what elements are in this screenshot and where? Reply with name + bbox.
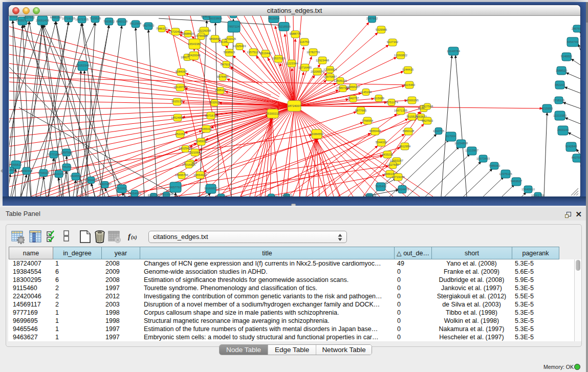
- svg-text:1588520: 1588520: [556, 69, 568, 72]
- svg-text:9827503: 9827503: [143, 24, 155, 27]
- svg-text:10719155: 10719155: [62, 17, 75, 20]
- svg-text:19654923: 19654923: [193, 173, 207, 177]
- svg-text:11353594: 11353594: [160, 193, 173, 196]
- svg-text:19166827: 19166827: [204, 187, 217, 190]
- svg-text:1621072: 1621072: [53, 172, 65, 176]
- svg-text:(x): (x): [131, 234, 137, 240]
- svg-text:1615132: 1615132: [171, 100, 183, 103]
- svg-text:16210643: 16210643: [188, 151, 202, 154]
- svg-text:746266: 746266: [61, 165, 71, 168]
- svg-text:16033809: 16033809: [209, 17, 222, 20]
- svg-text:10973493: 10973493: [476, 157, 490, 160]
- svg-text:2087682: 2087682: [366, 17, 378, 20]
- svg-text:16543382: 16543382: [188, 42, 201, 46]
- svg-text:11325433: 11325433: [233, 45, 246, 48]
- svg-text:8912954: 8912954: [399, 145, 411, 148]
- svg-text:16120746: 16120746: [173, 85, 187, 89]
- svg-text:15640910: 15640910: [521, 188, 535, 191]
- svg-text:1115689: 1115689: [373, 97, 384, 100]
- svg-text:2718126: 2718126: [553, 99, 565, 102]
- svg-text:6479197: 6479197: [221, 63, 232, 66]
- svg-text:917004: 917004: [446, 135, 456, 138]
- svg-text:9827503: 9827503: [422, 119, 433, 122]
- svg-text:7625402: 7625402: [375, 185, 387, 188]
- svg-text:9327508: 9327508: [422, 105, 433, 108]
- svg-text:16914479: 16914479: [396, 188, 409, 191]
- svg-text:2867608: 2867608: [572, 27, 580, 30]
- svg-text:17016504: 17016504: [182, 163, 196, 166]
- svg-text:1562615: 1562615: [9, 168, 16, 171]
- svg-text:16671355: 16671355: [394, 109, 407, 112]
- svg-text:8990448: 8990448: [21, 169, 33, 172]
- svg-text:8427552: 8427552: [572, 156, 580, 159]
- svg-text:12923448: 12923448: [316, 59, 329, 62]
- svg-text:18524851: 18524851: [171, 116, 184, 119]
- svg-text:9245652: 9245652: [195, 140, 207, 143]
- svg-text:8471676: 8471676: [205, 114, 217, 117]
- svg-text:15716485: 15716485: [298, 66, 312, 69]
- svg-text:15720407: 15720407: [169, 30, 182, 33]
- svg-text:1527602: 1527602: [387, 163, 399, 166]
- svg-text:9657791: 9657791: [170, 186, 182, 189]
- svg-text:12213383: 12213383: [553, 114, 567, 117]
- svg-text:8877665: 8877665: [355, 109, 367, 112]
- svg-text:12093822: 12093822: [394, 54, 407, 57]
- svg-text:6897568: 6897568: [61, 151, 73, 154]
- svg-text:25300215: 25300215: [266, 112, 279, 115]
- svg-text:3215953: 3215953: [541, 107, 553, 110]
- svg-text:7766554: 7766554: [362, 119, 374, 122]
- svg-text:9227342: 9227342: [387, 40, 399, 43]
- svg-text:7986372: 7986372: [156, 27, 168, 30]
- svg-text:62160: 62160: [118, 187, 126, 190]
- svg-text:16154808: 16154808: [454, 142, 468, 145]
- svg-text:882203: 882203: [555, 83, 564, 86]
- svg-text:7485063: 7485063: [489, 164, 500, 167]
- svg-text:9474444: 9474444: [217, 75, 229, 78]
- svg-text:10688609: 10688609: [181, 32, 194, 35]
- svg-text:11223344: 11223344: [285, 62, 298, 65]
- svg-text:6794028: 6794028: [38, 171, 50, 174]
- svg-text:6655443: 6655443: [369, 129, 381, 133]
- svg-text:8960128: 8960128: [116, 20, 128, 23]
- svg-text:5544332: 5544332: [376, 141, 387, 144]
- svg-text:7632621: 7632621: [209, 101, 221, 104]
- svg-text:9463627: 9463627: [511, 180, 522, 183]
- svg-text:18724007: 18724007: [288, 104, 301, 107]
- svg-text:19654925: 19654925: [128, 192, 141, 195]
- svg-text:4433221: 4433221: [382, 153, 394, 156]
- svg-text:18300295: 18300295: [405, 99, 419, 102]
- svg-text:1527602: 1527602: [24, 16, 35, 19]
- svg-text:9084067: 9084067: [176, 70, 187, 73]
- svg-text:12213967: 12213967: [465, 149, 478, 152]
- svg-text:2935114: 2935114: [215, 89, 227, 92]
- svg-text:20206576: 20206576: [311, 70, 324, 73]
- svg-text:17359924: 17359924: [323, 68, 337, 71]
- svg-text:1145194: 1145194: [360, 91, 372, 94]
- svg-text:9329966: 9329966: [376, 28, 387, 31]
- svg-text:12505135: 12505135: [334, 79, 347, 82]
- svg-text:10958107: 10958107: [346, 85, 360, 89]
- svg-text:16671355: 16671355: [75, 18, 89, 21]
- svg-text:9242848: 9242848: [565, 145, 577, 148]
- svg-text:6466160: 6466160: [50, 16, 62, 19]
- svg-text:18495796: 18495796: [175, 173, 188, 177]
- svg-text:15226058: 15226058: [198, 29, 211, 32]
- svg-text:10719155: 10719155: [391, 176, 405, 179]
- svg-text:19384554: 19384554: [310, 133, 324, 136]
- svg-text:20364436: 20364436: [84, 179, 98, 182]
- svg-text:8813054: 8813054: [268, 17, 280, 20]
- svg-text:16782759: 16782759: [307, 51, 320, 54]
- svg-text:1244415: 1244415: [402, 68, 414, 71]
- svg-text:10025438: 10025438: [179, 147, 192, 150]
- svg-text:10807487: 10807487: [98, 183, 112, 186]
- svg-text:7663822: 7663822: [103, 20, 115, 23]
- svg-text:19756928: 19756928: [194, 34, 208, 37]
- svg-text:7955812: 7955812: [10, 163, 22, 166]
- svg-text:25053346: 25053346: [76, 64, 90, 67]
- svg-text:12975115: 12975115: [499, 172, 512, 176]
- svg-text:7515526: 7515526: [90, 17, 101, 20]
- svg-text:9513440: 9513440: [260, 52, 272, 55]
- svg-text:1733426: 1733426: [225, 37, 236, 40]
- svg-text:9115460: 9115460: [404, 83, 415, 86]
- svg-text:10537029: 10537029: [272, 57, 285, 60]
